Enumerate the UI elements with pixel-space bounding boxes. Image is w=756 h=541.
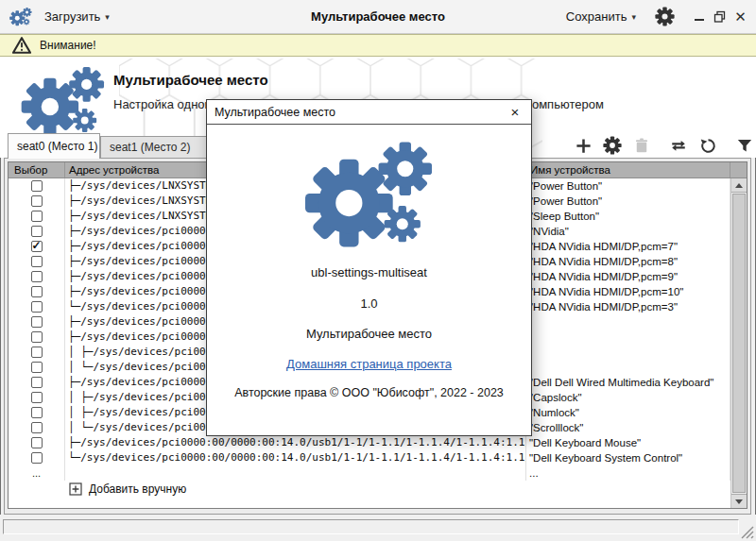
scrollbar-thumb[interactable] <box>732 194 746 493</box>
dialog-close-button[interactable]: × <box>507 104 524 120</box>
filter-funnel-icon <box>736 137 753 154</box>
dialog-titlebar: Мультирабочее место × <box>207 100 531 125</box>
device-name-cell: "Dell Keyboard Mouse" <box>526 435 730 450</box>
maximize-button[interactable] <box>713 10 726 23</box>
arrow-down-icon <box>735 499 743 504</box>
row-checkbox[interactable] <box>31 211 43 222</box>
app-gears-icon <box>9 7 32 26</box>
row-checkbox[interactable] <box>31 195 43 207</box>
row-select-cell <box>9 224 65 239</box>
table-row[interactable]: └─/sys/devices/pci0000:00/0000:00:14.0/u… <box>9 450 730 465</box>
close-button[interactable]: ✕ <box>734 10 747 23</box>
settings-gear-button[interactable] <box>653 6 676 28</box>
dialog-homepage-link[interactable]: Домашняя страница проекта <box>207 357 531 371</box>
load-menu-label: Загрузить <box>44 9 100 24</box>
warning-label: Внимание! <box>40 39 96 52</box>
delete-device-button[interactable] <box>629 134 654 157</box>
tab-seat0[interactable]: seat0 (Место 1) <box>8 133 100 159</box>
plus-icon <box>575 137 593 155</box>
row-checkbox[interactable] <box>31 407 43 418</box>
row-select-cell: ... <box>9 465 65 481</box>
column-header-name[interactable]: Имя устройства <box>526 162 730 178</box>
gear-icon <box>603 136 622 155</box>
row-checkbox[interactable] <box>31 362 43 373</box>
device-name-cell: "HDA NVidia HDMI/DP,pcm=3" <box>526 299 730 314</box>
filter-button[interactable] <box>732 134 756 157</box>
row-checkbox[interactable] <box>31 347 43 358</box>
save-menu-label: Сохранить <box>566 9 627 24</box>
about-dialog: Мультирабочее место × ubl-settings-multi… <box>206 99 532 436</box>
device-name-cell <box>526 314 730 330</box>
tab-seat1[interactable]: seat1 (Место 2) <box>100 136 220 158</box>
device-name-cell: "Power Button" <box>526 178 730 194</box>
row-checkbox[interactable] <box>31 226 43 237</box>
dialog-version: 1.0 <box>207 296 531 311</box>
row-checkbox[interactable] <box>31 271 43 282</box>
device-name-cell: "HDA NVidia HDMI/DP,pcm=9" <box>526 269 730 284</box>
dialog-title: Мультирабочее место <box>215 106 335 119</box>
chevron-down-icon: ▾ <box>105 12 110 22</box>
column-header-select[interactable]: Выбор <box>9 162 65 178</box>
add-device-button[interactable] <box>571 134 595 157</box>
device-name-cell: "Scrolllock" <box>526 420 730 435</box>
device-name-cell: "HDA NVidia HDMI/DP,pcm=7" <box>526 239 730 254</box>
row-checkbox[interactable] <box>31 377 43 388</box>
tab-seat1-label: seat1 (Место 2) <box>110 141 191 154</box>
tab-seat0-label: seat0 (Место 1) <box>17 140 98 153</box>
row-select-cell <box>9 239 65 254</box>
load-menu-button[interactable]: Загрузить ▾ <box>39 7 115 26</box>
vertical-scrollbar[interactable] <box>730 178 747 508</box>
device-settings-button[interactable] <box>600 134 625 157</box>
plus-square-icon <box>69 482 82 496</box>
close-icon: × <box>511 104 520 120</box>
row-checkbox[interactable] <box>31 241 43 252</box>
scroll-up-button[interactable] <box>731 178 747 193</box>
minimize-button[interactable] <box>693 10 705 23</box>
swap-seats-button[interactable] <box>666 134 691 157</box>
dialog-app-id: ubl-settings-multiseat <box>207 265 531 279</box>
row-checkbox[interactable] <box>31 301 43 313</box>
resize-grip[interactable] <box>741 526 754 539</box>
arrow-up-icon <box>735 183 743 188</box>
save-menu-button[interactable]: Сохранить ▾ <box>560 7 642 26</box>
row-checkbox[interactable] <box>31 316 43 328</box>
row-checkbox[interactable] <box>31 422 43 433</box>
add-manual-row[interactable]: Добавить вручную <box>9 481 730 498</box>
device-name-cell: "Sleep Button" <box>526 209 730 224</box>
device-name-cell: "HDA NVidia HDMI/DP,pcm=8" <box>526 254 730 269</box>
device-name-cell <box>526 345 730 360</box>
reset-button[interactable] <box>696 134 720 157</box>
app-gears-logo <box>21 64 106 137</box>
row-select-cell <box>9 178 65 194</box>
row-select-cell <box>9 254 65 269</box>
row-checkbox[interactable] <box>31 331 43 343</box>
row-checkbox[interactable] <box>31 286 43 297</box>
row-checkbox[interactable] <box>31 256 43 267</box>
device-path-cell: └─/sys/devices/pci0000:00/0000:00:14.0/u… <box>65 450 526 465</box>
row-checkbox[interactable] <box>31 452 43 464</box>
page-title: Мультирабочее место <box>113 72 268 88</box>
row-select-cell <box>9 390 65 405</box>
row-select-cell <box>9 420 65 435</box>
table-row[interactable]: ├─/sys/devices/pci0000:00/0000:00:14.0/u… <box>9 435 730 450</box>
scroll-down-button[interactable] <box>731 494 747 508</box>
row-select-cell <box>9 269 65 284</box>
row-checkbox[interactable] <box>31 392 43 403</box>
row-select-cell <box>9 330 65 345</box>
row-select-cell <box>9 194 65 209</box>
add-manual-label: Добавить вручную <box>89 482 186 496</box>
row-checkbox[interactable] <box>31 180 43 192</box>
warning-triangle-icon <box>12 37 31 54</box>
row-select-cell <box>9 405 65 420</box>
table-row[interactable]: ... ... <box>9 465 730 481</box>
device-name-cell <box>526 360 730 375</box>
row-select-cell <box>9 360 65 375</box>
device-name-cell: "Power Button" <box>526 194 730 209</box>
trash-icon <box>633 137 650 155</box>
row-select-cell <box>9 435 65 450</box>
dialog-app-name: Мультирабочее место <box>207 327 531 341</box>
device-toolbar <box>571 134 756 157</box>
dialog-copyright: Авторские права © ООО "Юбисофт", 2022 - … <box>207 386 531 399</box>
row-select-cell <box>9 314 65 330</box>
row-checkbox[interactable] <box>31 437 43 448</box>
